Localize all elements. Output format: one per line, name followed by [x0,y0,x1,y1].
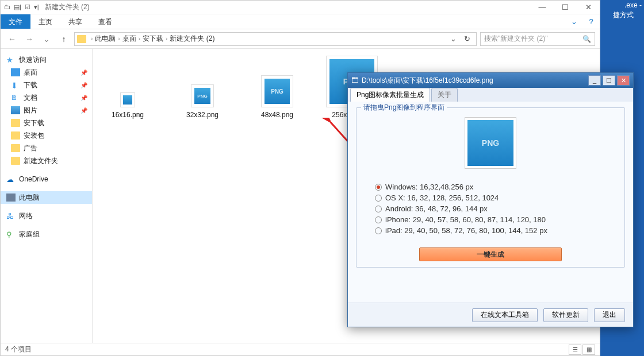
quick-access-icons: 🗀 ▤| ☑ ▾| [1,3,43,11]
sidebar-item-pictures[interactable]: 图片📌 [1,104,92,117]
file-thumbnail: PNG [261,75,293,107]
tab-main[interactable]: Png图标像素批量生成 [350,88,430,102]
sidebar-homegroup[interactable]: ⚲家庭组 [1,228,92,241]
file-label: 16x16.png [112,111,144,119]
radio-icon[interactable] [375,184,382,191]
desktop-shortcut-label: 捷方式 [613,10,634,20]
dropdown-icon[interactable]: ▾| [34,3,39,11]
sidebar-item-ads[interactable]: 广告 [1,142,92,154]
folder-icon [11,157,20,165]
option-windows[interactable]: Windows: 16,32,48,256 px [375,183,606,191]
folder-icon [11,131,20,140]
option-iphone[interactable]: iPhone: 29, 40, 57, 58, 60, 80, 87, 114,… [375,215,606,224]
file-item[interactable]: PNG 48x48.png [251,75,303,119]
titlebar: 🗀 ▤| ☑ ▾| 新建文件夹 (2) — ☐ ✕ [1,1,600,14]
chevron-right-icon: › [164,36,168,42]
document-icon: 🗎 [11,94,20,102]
dialog-footer: 在线文本工具箱 软件更新 退出 [348,303,633,327]
file-thumbnail [120,92,135,107]
sidebar-item-newfolder[interactable]: 新建文件夹 [1,154,92,167]
tab-home[interactable]: 主页 [30,14,60,29]
sidebar-item-desktop[interactable]: 桌面📌 [1,66,92,79]
help-icon[interactable]: ? [582,14,600,29]
chevron-right-icon: › [117,36,121,42]
crumb-desktop[interactable]: 桌面 [121,34,137,44]
dialog-titlebar[interactable]: 🗔 D:\tools\桌面\安下载\16f5ef1c39ccd6fe.png _… [348,73,633,88]
breadcrumb[interactable]: › 此电脑 › 桌面 › 安下载 › 新建文件夹 (2) ⌄ ↻ [74,32,477,46]
online-toolbox-button[interactable]: 在线文本工具箱 [472,308,538,322]
tab-share[interactable]: 共享 [60,14,90,29]
file-label: 32x32.png [186,111,218,119]
onedrive-icon: ☁ [6,175,16,183]
minimize-button[interactable]: — [531,1,554,14]
sidebar: ★快速访问 桌面📌 ⬇下载📌 🗎文档📌 图片📌 安下载 安装包 广告 新建文件夹… [1,49,93,343]
search-icon[interactable]: 🔍 [582,35,591,43]
sidebar-quick-access[interactable]: ★快速访问 [1,53,92,66]
sidebar-onedrive[interactable]: ☁OneDrive [1,173,92,185]
app-icon: 🗔 [351,76,358,84]
file-item[interactable]: PNG 32x32.png [177,84,228,119]
file-thumbnail: PNG [191,84,214,107]
generate-button[interactable]: 一键生成 [419,247,562,261]
refresh-icon[interactable]: ↻ [460,34,474,43]
crumb-anxz[interactable]: 安下载 [141,34,164,44]
properties-icon[interactable]: ▤| [14,3,21,11]
nav-up-button[interactable]: ↑ [57,32,71,46]
radio-icon[interactable] [375,206,382,212]
sidebar-item-documents[interactable]: 🗎文档📌 [1,91,92,104]
option-ipad[interactable]: iPad: 29, 40, 50, 58, 72, 76, 80, 100, 1… [375,226,606,235]
exit-button[interactable]: 退出 [594,308,625,322]
software-update-button[interactable]: 软件更新 [543,308,588,322]
sidebar-item-install[interactable]: 安装包 [1,129,92,142]
sidebar-network[interactable]: 🖧网络 [1,210,92,222]
tab-view[interactable]: 查看 [90,14,120,29]
sidebar-thispc[interactable]: 此电脑 [1,191,92,204]
view-icons-button[interactable]: ▦ [582,345,595,355]
pin-icon: 📌 [80,95,87,101]
pictures-icon [11,106,20,114]
drop-hint: 请拖曳Png图像到程序界面 [361,103,447,113]
radio-icon[interactable] [375,227,382,234]
network-icon: 🖧 [6,212,16,220]
maximize-button[interactable]: ☐ [554,1,577,14]
tab-file[interactable]: 文件 [1,14,30,29]
desktop-exe-label: .exe - [624,1,642,9]
option-android[interactable]: Android: 36, 48, 72, 96, 144 px [375,204,606,213]
nav-recent-button[interactable]: ⌄ [40,32,53,46]
folder-icon: 🗀 [4,3,10,11]
pin-icon: 📌 [80,107,87,114]
dialog-tabs: Png图标像素批量生成 关于 [348,88,633,102]
dialog-maximize-button[interactable]: ☐ [603,75,615,86]
dialog-body: 请拖曳Png图像到程序界面 PNG Windows: 16,32,48,256 … [348,102,633,303]
close-button[interactable]: ✕ [577,1,600,14]
item-count: 4 个项目 [5,345,32,354]
folder-icon [77,35,86,43]
window-controls: — ☐ ✕ [531,1,600,14]
drop-groupbox: 请拖曳Png图像到程序界面 PNG Windows: 16,32,48,256 … [356,107,625,268]
sidebar-item-anxz[interactable]: 安下载 [1,117,92,129]
view-details-button[interactable]: ☰ [569,345,581,355]
address-bar: ← → ⌄ ↑ › 此电脑 › 桌面 › 安下载 › 新建文件夹 (2) ⌄ ↻… [1,29,600,49]
crumb-current[interactable]: 新建文件夹 (2) [168,34,216,44]
preview-tag: PNG [467,120,513,166]
pin-icon: 📌 [80,69,87,76]
select-icon[interactable]: ☑ [25,3,30,11]
pc-icon [6,194,16,202]
nav-forward-button: → [22,32,36,46]
dropdown-icon[interactable]: ⌄ [446,34,460,43]
ribbon-expand-icon[interactable]: ⌄ [565,14,582,29]
sidebar-item-downloads[interactable]: ⬇下载📌 [1,79,92,91]
dialog-minimize-button[interactable]: _ [588,75,601,86]
nav-back-button[interactable]: ← [5,32,19,46]
dialog-close-button[interactable]: ✕ [617,75,630,86]
option-osx[interactable]: OS X: 16, 32, 128, 256, 512, 1024 [375,194,606,202]
chevron-right-icon: › [137,36,141,42]
crumb-thispc[interactable]: 此电脑 [94,34,117,44]
tab-about[interactable]: 关于 [431,88,458,102]
search-input[interactable]: 搜索"新建文件夹 (2)" 🔍 [480,32,595,46]
radio-icon[interactable] [375,216,382,223]
image-preview[interactable]: PNG [465,117,516,169]
png-generator-dialog: 🗔 D:\tools\桌面\安下载\16f5ef1c39ccd6fe.png _… [347,72,634,327]
radio-icon[interactable] [375,195,382,202]
file-item[interactable]: 16x16.png [102,92,154,119]
